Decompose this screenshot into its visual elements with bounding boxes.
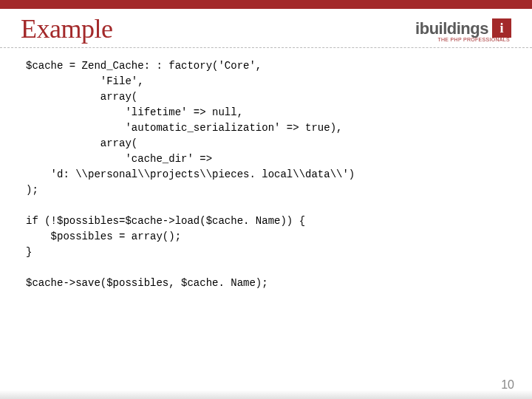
- brand-logo: ibuildings i: [415, 19, 511, 38]
- page-number: 10: [501, 378, 514, 392]
- bottom-shadow: [0, 390, 532, 399]
- brand-logo-tagline: THE PHP PROFESSIONALS: [437, 37, 510, 42]
- slide-title: Example: [21, 13, 112, 44]
- brand-logo-text: ibuildings: [415, 19, 488, 38]
- slide-content: $cache = Zend_Cache: : factory('Core', '…: [0, 48, 532, 299]
- accent-top-bar: [0, 0, 532, 9]
- slide-header: Example ibuildings i: [0, 9, 532, 48]
- brand-logo-badge: i: [492, 18, 511, 38]
- code-block: $cache = Zend_Cache: : factory('Core', '…: [26, 58, 506, 291]
